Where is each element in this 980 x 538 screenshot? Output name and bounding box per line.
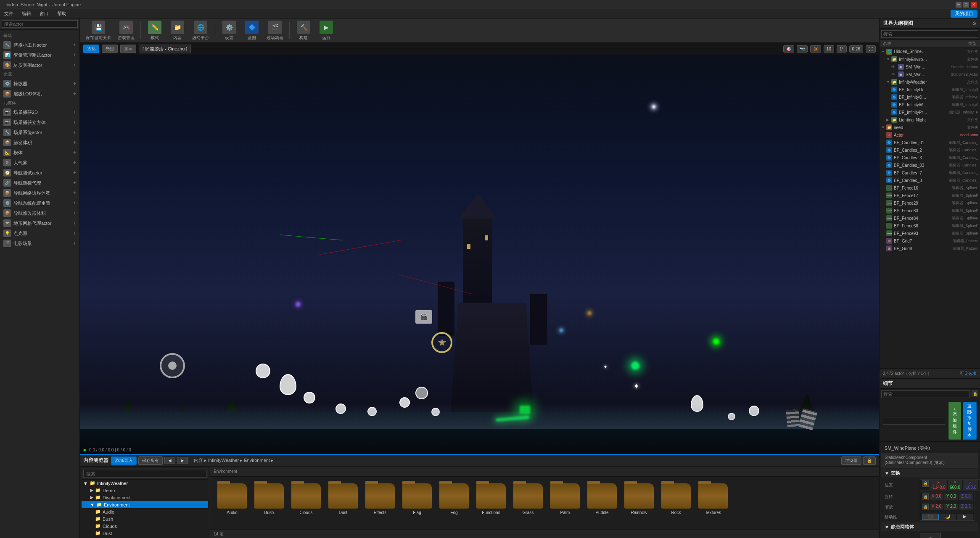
actor-item-10[interactable]: 🌫 大气雾 + [0,158,79,168]
toolbar-settings[interactable]: ⚙️ 设置 [219,19,240,42]
vp-angle-btn[interactable]: 1° [837,45,847,53]
outliner-row-22[interactable]: ⟿ BP_Fence68 编辑器_SplineF [880,222,980,229]
location-z[interactable]: Z -100.0 [963,480,978,490]
tree-dust-item[interactable]: 📁 Dust [82,530,208,537]
details-lock-btn[interactable]: 🔒 [972,390,978,397]
scene-actor-10[interactable] [749,406,759,416]
cb-assets[interactable]: Audio Bush Clouds [210,477,879,530]
clapper-actor[interactable]: 🎬 [415,310,432,324]
actor-add-2[interactable]: + [73,62,76,68]
cb-lock-btn[interactable]: 🔒 [863,456,876,465]
actor-item-16[interactable]: 🗺 地形网格代理actor + [0,218,79,228]
scale-z[interactable]: Z 3.5 [959,504,973,510]
rotation-lock-btn[interactable]: 🔒 [922,493,929,500]
expand-0[interactable]: ▼ [881,50,885,54]
actor-item-9[interactable]: 📐 楔体 + [0,148,79,158]
scene-actor-11[interactable] [728,413,735,420]
cb-tree-search[interactable] [83,470,206,477]
outliner-row-3[interactable]: 👁 ▣ SM_WindPlane3 StaticMeshActor [880,71,980,78]
actor-item-14[interactable]: ⚙️ 导航系统配置重置 + [0,198,79,208]
expand-root[interactable]: ▼ [83,481,88,486]
outliner-row-19[interactable]: ⟿ BP_Fence29 编辑器_SplineF [880,199,980,207]
outliner-row-17[interactable]: ⟿ BP_Fence16 编辑器_SplineF [880,184,980,192]
outliner-row-6[interactable]: 🔷 BP_InfinityOcclusion 编辑器_Infinity0 [880,93,980,101]
outliner-search-input[interactable] [881,30,978,38]
asset-folder-fog[interactable]: Fog [437,482,471,517]
outliner-row-18[interactable]: ⟿ BP_Fence17 编辑器_SplineF [880,192,980,199]
outliner-row-20[interactable]: ⟿ BP_Fence83 编辑器_SplineF [880,207,980,214]
vis-icon-2[interactable]: 👁 [891,65,897,69]
asset-folder-palm[interactable]: Palm [548,482,582,517]
tree-root-item[interactable]: ▼ 📁 InfinityWeather [82,480,208,487]
outliner-row-15[interactable]: 🔷 BP_Candles_7 编辑器_Candles_ [880,169,980,177]
outliner-row-2[interactable]: 👁 ▣ SM_WindPlane2 StaticMeshActor [880,63,980,71]
scene-actor-5[interactable] [399,397,410,408]
actor-item-13[interactable]: 📦 导航网络边界体积 + [0,188,79,198]
vp-ctrl-2[interactable]: 📷 [797,45,808,53]
actor-item-3[interactable]: ⚙️ 操纵器 + [0,79,79,89]
viewport-perspective-btn[interactable]: 透视 [83,45,99,53]
tree-bush-item[interactable]: 📁 Bush [82,515,208,522]
tree-displacement-item[interactable]: ▶ 📁 Displacement [82,494,208,501]
actor-add-10[interactable]: + [73,160,76,166]
actor-item-7[interactable]: 🔧 场景系统actor + [0,127,79,137]
asset-folder-grass[interactable]: Grass [511,482,545,517]
outliner-row-1[interactable]: ▼ 📁 InfinityEnvironment 文件夹 [880,55,980,63]
outliner-row-9[interactable]: ▶ 📁 Lighting_Night 文件夹 [880,116,980,124]
asset-folder-flag[interactable]: Flag [400,482,434,517]
expand-1[interactable]: ▼ [886,57,890,61]
actor-item-17[interactable]: 💡 点光源 + [0,228,79,238]
actor-add-11[interactable]: + [73,170,76,176]
outliner-row-12[interactable]: 🔷 BP_Candles_2 编辑器_Candles_ [880,146,980,154]
outliner-row-0[interactable]: ▼ 🌐 Hidden_Shrine_Night (编辑器) 文件夹 [880,48,980,55]
actor-add-8[interactable]: + [73,140,76,145]
outliner-row-24[interactable]: ⊞ BP_Grid7 编辑器_Pattern [880,237,980,245]
actor-add-5[interactable]: + [73,109,76,115]
rotation-y[interactable]: Y 0.0 [944,493,958,500]
asset-folder-puddle[interactable]: Puddle [585,482,619,517]
toolbar-blueprint[interactable]: 🔷 蓝图 [241,19,262,42]
asset-folder-effects[interactable]: Effects [363,482,397,517]
expand-static-mesh[interactable]: ▼ [885,525,889,530]
actor-item-5[interactable]: 📷 场景捕获2D + [0,107,79,117]
component-item[interactable]: SM_WindPlane (实例) [881,443,978,454]
outliner-row-10[interactable]: ▼ 📁 need 文件夹 [880,124,980,131]
scene-actor-9[interactable] [691,395,703,412]
static-mesh-component-item[interactable]: StaticMeshComponent (StaticMeshComponent… [881,454,978,468]
actor-add-16[interactable]: + [73,220,76,226]
location-x[interactable]: X -1140.0 [930,480,947,490]
actor-item-15[interactable]: 📦 导航修改器体积 + [0,208,79,218]
asset-folder-functions[interactable]: Functions [474,482,508,517]
outliner-view-options[interactable]: 可见选项 [960,371,977,377]
asset-folder-clouds[interactable]: Clouds [289,482,323,517]
asset-folder-dust[interactable]: Dust [326,482,360,517]
rotation-x[interactable]: X 0.0 [930,493,943,500]
viewport[interactable]: 透视 光照 显示 [ 骷髅游活 - Cinezhu ] 🎯 📷 🔆 10 1° … [80,43,879,454]
viewport-lighting-btn[interactable]: 光照 [102,45,118,53]
tree-demo-item[interactable]: ▶ 📁 Demo [82,487,208,494]
toolbar-build[interactable]: 🔨 构建 [293,19,314,42]
scale-y[interactable]: Y 2.0 [944,504,958,510]
actor-add-15[interactable]: + [73,210,76,216]
actor-add-14[interactable]: + [73,200,76,206]
vp-grid-btn[interactable]: 10 [824,45,834,53]
vp-ctrl-3[interactable]: 🔆 [810,45,821,53]
window-controls[interactable]: ─ □ ✕ [956,2,977,8]
tree-clouds-item[interactable]: 📁 Clouds [82,522,208,530]
actor-add-18[interactable]: + [73,240,76,246]
asset-folder-rainbow[interactable]: Rainbow [622,482,656,517]
asset-folder-audio[interactable]: Audio [215,482,249,517]
toolbar-play[interactable]: ▶ 运行 [316,19,337,42]
outliner-row-4[interactable]: ▼ 📁 InfinityWeather 文件夹 [880,78,980,86]
menu-window[interactable]: 窗口 [38,10,50,18]
mobility-static[interactable]: ⬛ [922,514,939,520]
scene-actor-2[interactable] [304,392,315,404]
expand-displacement[interactable]: ▶ [90,495,93,500]
add-component-btn[interactable]: + 添加组件 [948,402,961,440]
outliner-row-7[interactable]: 🔷 BP_InfinityWeatherController 编辑器_Infin… [880,101,980,108]
menu-file[interactable]: 文件 [3,10,15,18]
toolbar-save[interactable]: 💾 保存当前关卡 [83,19,114,42]
outliner-row-5[interactable]: 🔷 BP_InfinityDisplacement 编辑器_Infinity0 [880,86,980,93]
actor-add-17[interactable]: + [73,230,76,236]
cb-filter-btn[interactable]: 过滤器 [841,456,861,465]
